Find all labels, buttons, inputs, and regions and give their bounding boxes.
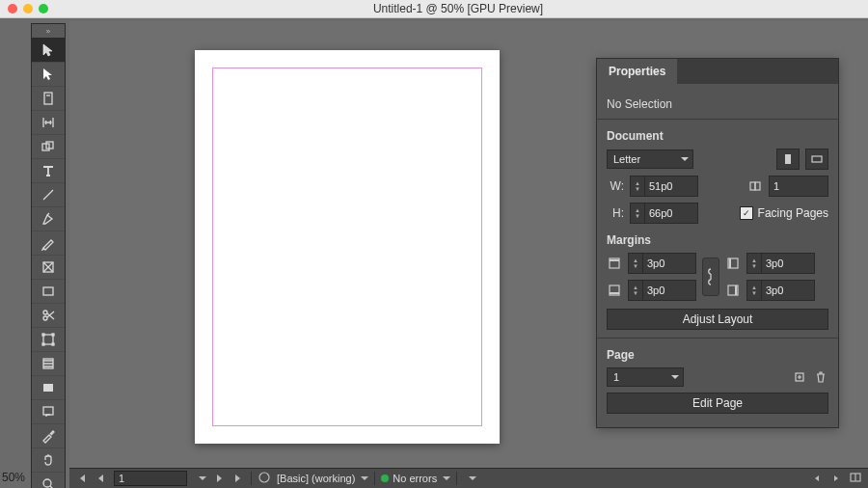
page-number-select[interactable]: 1	[607, 367, 684, 387]
margin-bottom-input[interactable]	[643, 285, 695, 296]
adjust-layout-button[interactable]: Adjust Layout	[607, 309, 828, 330]
eyedropper-tool[interactable]	[32, 424, 65, 448]
section-margins-heading: Margins	[607, 233, 828, 247]
hand-tool[interactable]	[32, 448, 65, 473]
toolbox-panel: »	[31, 23, 66, 488]
margin-right-stepper[interactable]: ▲▼	[746, 280, 815, 301]
width-stepper[interactable]: ▲▼	[630, 176, 698, 197]
link-margins-toggle[interactable]	[702, 258, 719, 296]
orientation-landscape-button[interactable]	[805, 149, 828, 170]
minimize-window-icon[interactable]	[23, 4, 33, 14]
pages-stepper[interactable]	[769, 176, 828, 197]
height-stepper[interactable]: ▲▼	[630, 203, 698, 224]
svg-point-15	[43, 479, 51, 487]
scroll-right-button[interactable]	[829, 472, 843, 485]
gradient-swatch-tool[interactable]	[32, 352, 65, 376]
margin-top-stepper[interactable]: ▲▼	[628, 253, 696, 274]
height-input[interactable]	[645, 207, 697, 219]
document-title: Untitled-1 @ 50% [GPU Preview]	[48, 2, 868, 15]
new-page-icon[interactable]	[792, 369, 807, 385]
section-document-heading: Document	[607, 129, 828, 143]
maximize-window-icon[interactable]	[39, 4, 48, 14]
page-tool[interactable]	[32, 87, 65, 111]
margin-bottom-icon	[607, 283, 622, 298]
selection-status: No Selection	[607, 97, 828, 111]
svg-rect-9	[52, 334, 54, 336]
zoom-level-label: 50%	[2, 471, 25, 484]
split-view-icon[interactable]	[849, 471, 862, 486]
gradient-feather-tool[interactable]	[32, 376, 65, 400]
window-controls	[0, 4, 48, 14]
margin-left-stepper[interactable]: ▲▼	[746, 253, 815, 274]
width-label: W:	[607, 179, 624, 193]
first-page-button[interactable]	[75, 472, 89, 485]
svg-point-29	[259, 473, 269, 482]
svg-rect-8	[42, 334, 44, 336]
rectangle-frame-tool[interactable]	[32, 256, 65, 280]
margin-right-icon	[725, 283, 741, 298]
document-page[interactable]	[195, 50, 500, 444]
selection-tool[interactable]	[32, 39, 65, 63]
content-collector-tool[interactable]	[32, 135, 65, 159]
svg-rect-16	[785, 154, 791, 164]
section-page-heading: Page	[607, 348, 828, 362]
direct-selection-tool[interactable]	[32, 63, 65, 87]
type-tool[interactable]	[32, 159, 65, 183]
toolbox	[31, 39, 66, 488]
svg-rect-10	[42, 343, 44, 345]
margin-right-input[interactable]	[762, 285, 814, 296]
svg-rect-11	[52, 343, 54, 345]
preflight-menu-icon[interactable]	[258, 471, 271, 486]
facing-pages-checkbox[interactable]: ✓ Facing Pages	[740, 206, 828, 220]
status-bar: [Basic] (working) No errors	[69, 468, 868, 488]
svg-point-5	[43, 316, 47, 320]
status-extra-dropdown[interactable]	[463, 476, 476, 480]
preflight-profile-dropdown[interactable]: [Basic] (working)	[277, 473, 368, 484]
pages-input[interactable]	[770, 180, 818, 192]
toolbox-header[interactable]: »	[31, 23, 66, 39]
rectangle-tool[interactable]	[32, 280, 65, 304]
svg-rect-19	[755, 182, 760, 190]
edit-page-button[interactable]: Edit Page	[607, 393, 828, 414]
page-number-field[interactable]	[114, 471, 187, 486]
errors-label: No errors	[393, 473, 437, 484]
trash-icon[interactable]	[813, 369, 828, 385]
svg-rect-13	[43, 384, 53, 392]
panel-tab-bar: Properties	[597, 59, 838, 84]
width-input[interactable]	[645, 180, 697, 192]
page-size-select[interactable]: Letter	[607, 149, 693, 169]
scissors-tool[interactable]	[32, 304, 65, 328]
pencil-tool[interactable]	[32, 231, 65, 256]
scroll-left-button[interactable]	[810, 472, 824, 485]
svg-point-6	[43, 311, 47, 314]
margin-left-input[interactable]	[762, 258, 814, 269]
tab-properties[interactable]: Properties	[597, 59, 677, 84]
margin-left-icon	[725, 256, 741, 271]
last-page-button[interactable]	[231, 472, 245, 485]
gap-tool[interactable]	[32, 111, 65, 135]
free-transform-tool[interactable]	[32, 328, 65, 352]
margin-bottom-stepper[interactable]: ▲▼	[628, 280, 696, 301]
preflight-profile-label: [Basic] (working)	[277, 473, 355, 484]
svg-rect-14	[43, 407, 53, 415]
svg-rect-18	[750, 182, 755, 190]
page-dropdown[interactable]	[193, 476, 206, 480]
facing-pages-label: Facing Pages	[758, 206, 828, 220]
margin-top-icon	[607, 256, 622, 271]
svg-rect-0	[44, 93, 52, 104]
margin-guides	[212, 68, 482, 426]
height-label: H:	[607, 206, 624, 220]
prev-page-button[interactable]	[95, 472, 108, 485]
errors-dropdown[interactable]: No errors	[381, 473, 450, 484]
zoom-tool[interactable]	[32, 473, 65, 488]
titlebar: Untitled-1 @ 50% [GPU Preview]	[0, 0, 868, 18]
svg-rect-4	[43, 287, 53, 295]
note-tool[interactable]	[32, 400, 65, 424]
pen-tool[interactable]	[32, 207, 65, 231]
next-page-button[interactable]	[212, 472, 226, 485]
close-window-icon[interactable]	[8, 4, 17, 14]
properties-panel: Properties No Selection Document Letter …	[596, 58, 839, 428]
orientation-portrait-button[interactable]	[776, 149, 800, 170]
line-tool[interactable]	[32, 183, 65, 207]
margin-top-input[interactable]	[643, 258, 695, 269]
